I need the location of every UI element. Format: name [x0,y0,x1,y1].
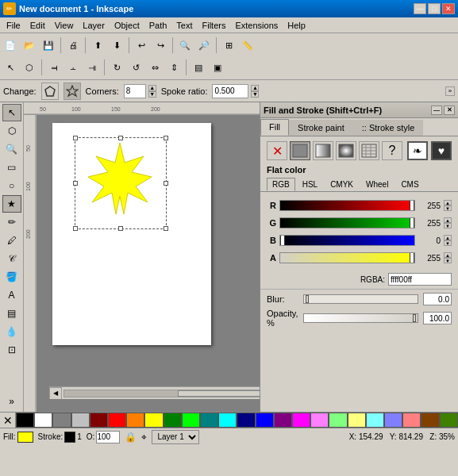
color-tab-cmyk[interactable]: CMYK [325,178,359,191]
palette-swatch[interactable] [164,413,182,428]
palette-swatch[interactable] [348,413,366,428]
rotate-ccw[interactable]: ↺ [127,59,144,76]
r-spin-up[interactable]: ▲ [444,200,452,205]
corners-spin-up[interactable]: ▲ [148,85,156,91]
fill-none-btn[interactable]: ✕ [267,141,287,160]
menu-help[interactable]: Help [283,19,310,32]
print-button[interactable]: 🖨 [64,36,82,54]
fill-radial-btn[interactable] [336,141,356,160]
spoke-spin-down[interactable]: ▼ [251,91,259,98]
menu-layer[interactable]: Layer [78,19,110,32]
palette-swatch[interactable] [16,413,34,428]
palette-swatch[interactable] [200,413,218,428]
color-tab-wheel[interactable]: Wheel [360,178,394,191]
ellipse-tool-icon[interactable]: ○ [2,177,21,194]
a-spin-up[interactable]: ▲ [444,252,452,258]
r-spin-down[interactable]: ▼ [444,205,452,211]
ruler-button[interactable]: 📏 [239,36,256,54]
flip-h[interactable]: ⇔ [146,59,164,76]
menu-edit[interactable]: Edit [25,19,50,32]
palette-swatch[interactable] [90,413,108,428]
b-spin-up[interactable]: ▲ [444,235,452,240]
align-left[interactable]: ⫤ [45,59,63,76]
palette-swatch[interactable] [108,413,126,428]
tab-stroke-paint[interactable]: Stroke paint [289,120,353,136]
panel-minimize-btn[interactable]: — [431,106,442,115]
expand-tools-btn[interactable]: » [2,393,21,410]
minimize-button[interactable]: — [414,3,426,14]
menu-file[interactable]: File [2,19,25,32]
lock-icon[interactable]: 🔒 [125,432,137,443]
handle-tr[interactable] [164,136,168,140]
grid-button[interactable]: ⊞ [220,36,237,54]
flip-v[interactable]: ⇕ [165,59,183,76]
handle-tl[interactable] [73,136,78,140]
blur-value-input[interactable] [423,293,452,305]
blur-slider[interactable] [303,294,418,304]
handle-ml[interactable] [73,181,78,186]
rect-tool-icon[interactable]: ▭ [2,159,21,176]
handle-bl[interactable] [73,226,78,231]
handle-mr[interactable] [164,181,168,186]
import-button[interactable]: ⬆ [89,36,106,54]
polygon-shape-btn[interactable] [41,83,59,100]
color-tab-cms[interactable]: CMS [395,178,424,191]
fill-clip-btn[interactable]: ❧ [407,141,428,160]
fill-erase-btn[interactable]: ♥ [431,141,452,160]
palette-swatch[interactable] [292,413,310,428]
g-spin-down[interactable]: ▼ [444,223,452,228]
text-tool-icon[interactable]: A [2,286,21,304]
palette-swatch[interactable] [256,413,274,428]
palette-swatch[interactable] [402,413,421,428]
g-slider[interactable] [279,217,415,228]
palette-swatch[interactable] [440,413,458,428]
undo-button[interactable]: ↩ [133,36,150,54]
fill-pattern-btn[interactable] [359,141,379,160]
cursor-icon[interactable]: ⌖ [141,432,147,443]
a-slider[interactable] [279,252,415,263]
fill-unknown-btn[interactable]: ? [382,141,402,160]
corners-input[interactable] [124,84,146,98]
zoom-in-button[interactable]: 🔍 [176,36,194,54]
palette-none-btn[interactable]: ✕ [0,413,16,428]
color-tab-rgb[interactable]: RGB [267,178,295,191]
zoom-tool-icon[interactable]: 🔍 [2,140,21,158]
palette-swatch[interactable] [274,413,292,428]
handle-bc[interactable] [118,226,123,231]
b-spin-down[interactable]: ▼ [444,240,452,246]
pencil-tool-icon[interactable]: ✏ [2,213,21,231]
menu-extensions[interactable]: Extensions [230,19,283,32]
connectors-tool-icon[interactable]: ⊡ [2,341,21,359]
palette-swatch[interactable] [34,413,52,428]
maximize-button[interactable]: □ [428,3,441,14]
palette-swatch[interactable] [366,413,384,428]
star-shape-btn[interactable] [64,83,81,100]
palette-swatch[interactable] [218,413,237,428]
stroke-swatch[interactable] [64,432,75,443]
node-tool[interactable]: ⬡ [21,59,38,76]
palette-swatch[interactable] [71,413,90,428]
palette-swatch[interactable] [237,413,255,428]
node-tool-icon[interactable]: ⬡ [2,122,21,140]
align-right[interactable]: ⫣ [83,59,101,76]
align-center[interactable]: ⫠ [64,59,82,76]
palette-swatch[interactable] [421,413,439,428]
menu-view[interactable]: View [50,19,79,32]
rotate-cw[interactable]: ↻ [108,59,125,76]
palette-swatch[interactable] [384,413,402,428]
handle-br[interactable] [164,226,168,231]
rgba-input[interactable] [388,273,452,286]
menu-text[interactable]: Text [171,19,197,32]
menu-object[interactable]: Object [110,19,144,32]
panel-close-btn[interactable]: ✕ [444,106,455,115]
palette-swatch[interactable] [126,413,144,428]
palette-swatch[interactable] [144,413,163,428]
calligraphy-tool-icon[interactable]: 𝒞 [2,250,21,267]
opacity-value-input[interactable] [423,312,452,324]
close-button[interactable]: ✕ [442,3,455,14]
fill-tool-icon[interactable]: 🪣 [2,268,21,286]
tab-fill[interactable]: Fill [260,119,289,136]
fill-swatch[interactable] [17,432,33,443]
redo-button[interactable]: ↪ [152,36,169,54]
layer-select[interactable]: Layer 1 [152,430,199,444]
